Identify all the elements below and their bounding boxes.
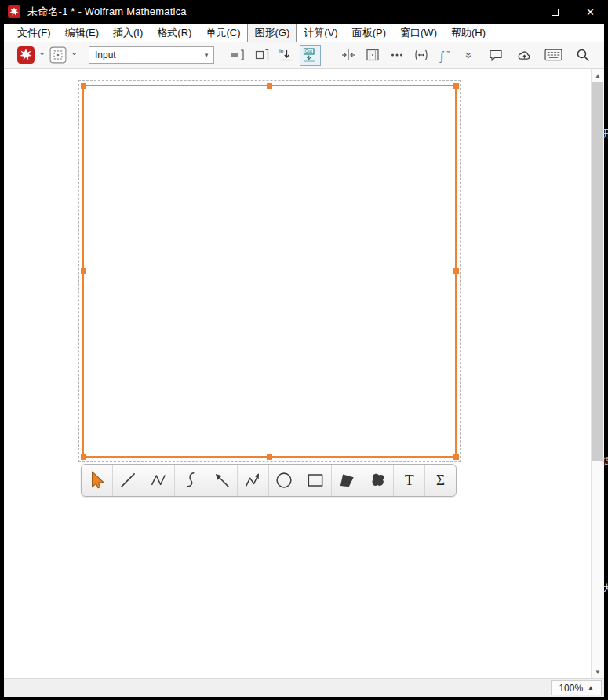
spikey-dropdown-chevron-icon[interactable]: ⌄ <box>37 44 47 66</box>
math-glyph: Σ <box>436 472 445 489</box>
graphics-cell-outline <box>78 80 461 462</box>
freeform-tool[interactable] <box>362 465 394 496</box>
polygon-icon <box>337 470 357 490</box>
more-items-icon[interactable]: » <box>459 45 480 66</box>
toolbar-right-group <box>483 45 596 66</box>
comment-icon[interactable] <box>485 45 506 66</box>
circle-tool[interactable] <box>269 465 300 496</box>
freeform-icon <box>368 470 388 490</box>
notebook-area: TΣ ▲ ▼ <box>4 69 604 678</box>
maximize-button[interactable] <box>537 0 573 24</box>
selection-handle-middle-right[interactable] <box>453 268 459 274</box>
arrow-polyline-tool[interactable] <box>238 465 269 496</box>
arrow-tool[interactable] <box>206 465 238 496</box>
polyline-tool[interactable] <box>144 465 176 496</box>
window-body: 文件(F)编辑(E)插入(I)格式(R)单元(C)图形(G)计算(V)面板(P)… <box>4 24 604 697</box>
menu-item-file[interactable]: 文件(F) <box>10 24 58 42</box>
selection-handle-bottom-right[interactable] <box>453 454 459 460</box>
menu-item-window[interactable]: 窗口(W) <box>393 24 444 42</box>
freehand-icon <box>180 470 201 490</box>
menu-item-help[interactable]: 帮助(H) <box>444 24 493 42</box>
minimize-button[interactable]: — <box>502 0 537 24</box>
clipped-edge-text: 大 <box>602 582 608 595</box>
pointer-icon <box>86 470 107 490</box>
svg-text:In: In <box>279 49 284 54</box>
freehand-tool[interactable] <box>175 465 206 496</box>
selection-handle-top-left[interactable] <box>81 83 86 89</box>
style-picker-button[interactable] <box>47 44 69 66</box>
drawing-tools-toolbar: TΣ <box>81 464 457 497</box>
scroll-up-icon[interactable]: ▲ <box>592 69 604 82</box>
rectangle-icon <box>305 470 326 490</box>
style-dropdown-chevron-icon[interactable]: ⌄ <box>69 44 79 66</box>
graphics-selection-frame[interactable] <box>82 85 457 458</box>
keyboard-palette-icon[interactable] <box>543 45 564 66</box>
cloud-icon[interactable] <box>514 45 535 66</box>
titlebar: 未命名-1 * - Wolfram Mathematica — ✕ <box>0 0 608 24</box>
cell-expression-icon[interactable] <box>227 45 248 66</box>
svg-text:Out: Out <box>304 49 311 53</box>
combo-dropdown-icon: ▾ <box>199 51 213 59</box>
clipped-edge-text: 提 <box>602 455 608 468</box>
line-icon <box>118 470 138 490</box>
clipped-edge-text: 开 <box>602 128 608 140</box>
menu-item-graphics[interactable]: 图形(G) <box>247 24 297 42</box>
scroll-down-icon[interactable]: ▼ <box>592 665 604 678</box>
spikey-evaluate-button[interactable] <box>15 44 37 66</box>
text-glyph: T <box>405 472 414 489</box>
polygon-tool[interactable] <box>332 465 363 496</box>
insert-input-icon[interactable]: In <box>275 45 297 66</box>
menu-item-edit[interactable]: 编辑(E) <box>58 24 106 42</box>
zoom-value: 100% <box>559 683 583 694</box>
text-tool[interactable]: T <box>394 465 425 496</box>
inline-cell-icon[interactable] <box>410 45 431 66</box>
math-template-icon[interactable]: ∫ π <box>435 45 456 66</box>
notebook-canvas[interactable]: TΣ <box>4 69 591 678</box>
ellipsis-icon[interactable] <box>386 45 407 66</box>
cell-style-combobox[interactable]: Input ▾ <box>89 46 214 64</box>
window-title: 未命名-1 * - Wolfram Mathematica <box>27 5 187 19</box>
cell-bracket-icon[interactable] <box>251 45 272 66</box>
menubar: 文件(F)编辑(E)插入(I)格式(R)单元(C)图形(G)计算(V)面板(P)… <box>4 24 604 42</box>
rectangle-tool[interactable] <box>300 465 332 496</box>
svg-text:π: π <box>446 49 450 55</box>
window-controls: — ✕ <box>502 0 608 24</box>
toolbar-separator <box>329 47 329 63</box>
math-tool[interactable]: Σ <box>425 465 456 496</box>
cell-spacing-icon[interactable] <box>337 45 359 66</box>
selection-handle-bottom-left[interactable] <box>81 454 86 460</box>
selection-handle-middle-left[interactable] <box>81 268 86 274</box>
selection-handle-top-right[interactable] <box>453 83 459 89</box>
cell-margins-icon[interactable] <box>362 45 383 66</box>
menu-item-format[interactable]: 格式(R) <box>150 24 198 42</box>
line-tool[interactable] <box>113 465 144 496</box>
insert-output-icon[interactable]: Out <box>300 45 321 66</box>
close-button[interactable]: ✕ <box>573 0 608 24</box>
polyline-icon <box>149 470 169 490</box>
menu-item-insert[interactable]: 插入(I) <box>106 24 150 42</box>
maximize-icon <box>552 9 559 16</box>
main-toolbar: ⌄ ⌄ Input ▾ In <box>4 42 604 69</box>
selection-handle-bottom-center[interactable] <box>267 454 272 460</box>
zoom-menu-icon: ▲ <box>588 684 594 691</box>
mathematica-spikey-icon <box>8 5 20 18</box>
menu-item-evaluation[interactable]: 计算(V) <box>297 24 344 42</box>
arrow-icon <box>212 470 232 490</box>
cell-style-value: Input <box>95 49 116 60</box>
pointer-tool[interactable] <box>82 465 113 496</box>
status-bar: 100% ▲ <box>4 678 604 697</box>
search-icon[interactable] <box>572 45 593 66</box>
circle-icon <box>274 470 294 490</box>
menu-item-cell[interactable]: 单元(C) <box>198 24 247 42</box>
menu-item-palettes[interactable]: 面板(P) <box>345 24 393 42</box>
selection-handle-top-center[interactable] <box>267 83 272 89</box>
zoom-control[interactable]: 100% ▲ <box>551 680 602 695</box>
svg-text:∫: ∫ <box>439 49 445 63</box>
arrow-polyline-icon <box>243 470 264 490</box>
